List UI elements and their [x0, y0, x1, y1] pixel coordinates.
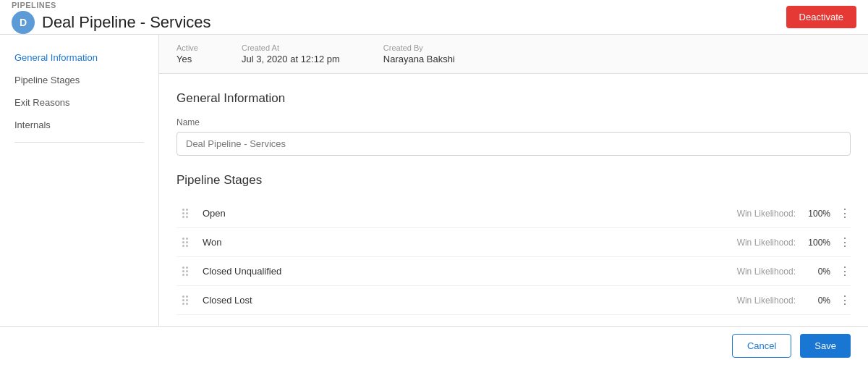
drag-dots-top [182, 267, 188, 269]
content-area: Active Yes Created At Jul 3, 2020 at 12:… [159, 35, 868, 365]
drag-dot [182, 295, 184, 298]
drag-handle[interactable] [176, 295, 194, 305]
sidebar: General Information Pipeline Stages Exit… [0, 35, 159, 365]
stage-menu-button[interactable]: ⋮ [830, 264, 851, 278]
drag-dot [182, 241, 184, 243]
meta-created-at: Created At Jul 3, 2020 at 12:12 pm [242, 43, 340, 64]
stage-likelihood-label: Win Likelihood: [737, 267, 796, 277]
meta-created-by: Created By Narayana Bakshi [383, 43, 455, 64]
drag-handle[interactable] [176, 238, 194, 247]
drag-dot [182, 209, 184, 211]
pipelines-label: PIPELINES [12, 1, 211, 9]
drag-dot [186, 274, 188, 276]
top-bar: PIPELINES D Deal Pipeline - Services Dea… [0, 0, 868, 35]
drag-dot [182, 212, 184, 214]
stage-menu-button[interactable]: ⋮ [830, 235, 851, 249]
drag-dots-bot [182, 274, 188, 276]
drag-dot [182, 303, 184, 305]
save-button[interactable]: Save [800, 334, 851, 358]
drag-dots-bot [182, 303, 188, 305]
drag-dot [186, 303, 188, 305]
stage-row: Closed Lost Win Likelihood: 0% ⋮ [176, 286, 851, 315]
drag-dot [186, 212, 188, 214]
pipeline-stages-title: Pipeline Stages [176, 173, 851, 188]
sidebar-item-internals[interactable]: Internals [0, 114, 158, 136]
drag-dot [182, 238, 184, 240]
drag-dots-bot [182, 216, 188, 218]
pipeline-stages-section: Pipeline Stages Open Win Likelihood: [159, 167, 868, 332]
drag-dots-mid [182, 299, 188, 301]
sidebar-item-general-information[interactable]: General Information [0, 46, 158, 69]
name-label: Name [176, 117, 851, 127]
drag-dots-top [182, 295, 188, 298]
meta-active: Active Yes [176, 43, 198, 64]
drag-dots-bot [182, 245, 188, 247]
drag-dots-mid [182, 212, 188, 214]
drag-dot [182, 245, 184, 247]
stage-likelihood-value: 100% [801, 209, 830, 219]
stage-likelihood-value: 0% [801, 295, 830, 306]
drag-dot [186, 267, 188, 269]
drag-dot [186, 241, 188, 243]
meta-bar: Active Yes Created At Jul 3, 2020 at 12:… [159, 35, 868, 74]
drag-dot [186, 295, 188, 298]
avatar: D [12, 11, 35, 34]
sidebar-divider [14, 142, 144, 143]
drag-dots-mid [182, 241, 188, 243]
stage-name: Open [194, 208, 737, 219]
drag-dot [186, 216, 188, 218]
drag-dot [186, 245, 188, 247]
stage-row: Won Win Likelihood: 100% ⋮ [176, 228, 851, 257]
drag-dot [182, 270, 184, 272]
drag-dot [186, 238, 188, 240]
page-title: Deal Pipeline - Services [42, 13, 211, 32]
stage-likelihood-label: Win Likelihood: [737, 209, 796, 219]
stage-likelihood-label: Win Likelihood: [737, 295, 796, 306]
drag-dot [186, 209, 188, 211]
drag-dot [182, 216, 184, 218]
stage-row: Closed Unqualified Win Likelihood: 0% ⋮ [176, 257, 851, 286]
footer-bar: Cancel Save [0, 326, 868, 365]
cancel-button[interactable]: Cancel [732, 334, 791, 358]
drag-handle[interactable] [176, 209, 194, 218]
drag-dot [186, 270, 188, 272]
main-container: General Information Pipeline Stages Exit… [0, 35, 868, 365]
page-title-container: D Deal Pipeline - Services [12, 11, 211, 34]
drag-dot [182, 274, 184, 276]
drag-handle[interactable] [176, 267, 194, 276]
stage-menu-button[interactable]: ⋮ [830, 206, 851, 220]
drag-dots-mid [182, 270, 188, 272]
drag-dot [186, 299, 188, 301]
stage-name: Won [194, 237, 737, 248]
drag-dots-top [182, 238, 188, 240]
top-bar-left: PIPELINES D Deal Pipeline - Services [12, 1, 211, 34]
deactivate-button[interactable]: Deactivate [786, 6, 856, 28]
stages-list: Open Win Likelihood: 100% ⋮ Won [176, 199, 851, 315]
stage-likelihood-value: 0% [801, 267, 830, 277]
stage-row: Open Win Likelihood: 100% ⋮ [176, 199, 851, 228]
drag-dots-top [182, 209, 188, 211]
stage-menu-button[interactable]: ⋮ [830, 293, 851, 307]
stage-name: Closed Lost [194, 295, 737, 306]
stage-likelihood-label: Win Likelihood: [737, 238, 796, 248]
stage-name: Closed Unqualified [194, 266, 737, 277]
stage-likelihood-value: 100% [801, 238, 830, 248]
sidebar-item-pipeline-stages[interactable]: Pipeline Stages [0, 69, 158, 91]
name-input[interactable] [176, 132, 851, 156]
general-information-section: General Information Name [159, 74, 868, 167]
drag-dot [182, 299, 184, 301]
general-information-title: General Information [176, 91, 851, 106]
drag-dot [182, 267, 184, 269]
sidebar-item-exit-reasons[interactable]: Exit Reasons [0, 91, 158, 114]
